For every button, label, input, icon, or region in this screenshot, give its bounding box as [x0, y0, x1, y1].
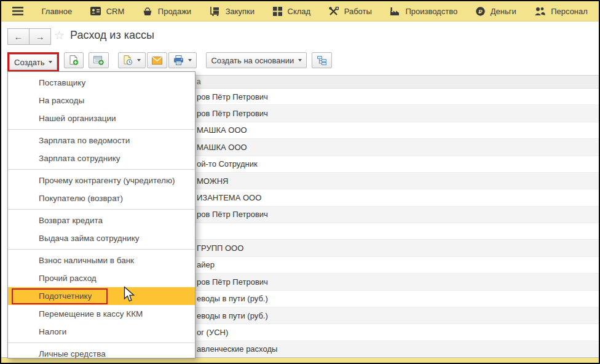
tab-label: Склад [288, 7, 311, 16]
chevron-down-icon [137, 59, 141, 61]
copy-document-button[interactable] [64, 52, 84, 68]
print-button[interactable] [168, 52, 197, 68]
menu-separator [8, 249, 195, 250]
tab-personal[interactable]: Персонал [534, 7, 588, 16]
menu-item-nashey-organizatsii[interactable]: Нашей организации [8, 109, 195, 127]
scheduled-document-icon [123, 55, 133, 65]
tab-zakupki[interactable]: Закупки [210, 7, 255, 16]
menu-item-vznos-nalichnymi[interactable]: Взнос наличными в банк [8, 251, 195, 269]
tab-label: Персонал [551, 7, 588, 16]
tab-label: CRM [106, 7, 125, 16]
tab-label: Деньги [491, 7, 516, 16]
menu-separator [8, 209, 195, 210]
tab-dengi[interactable]: P Деньги [476, 7, 516, 16]
forward-arrow-icon: → [36, 31, 45, 42]
tab-label: Закупки [226, 7, 255, 16]
svg-text:P: P [478, 8, 483, 15]
create-based-on-button[interactable]: Создать на основании [206, 52, 307, 68]
title-row: ← → ☆ Расход из кассы [1, 22, 599, 49]
menu-item-zarplata-sotrudniku[interactable]: Зарплата сотруднику [8, 149, 195, 167]
menu-item-vydacha-zayma[interactable]: Выдача займа сотруднику [8, 229, 195, 247]
crm-card-icon [90, 7, 101, 15]
scheduled-document-button[interactable] [118, 52, 146, 68]
tools-icon [329, 7, 339, 16]
factory-icon [390, 7, 400, 16]
tab-glavnoe[interactable]: Главное [42, 7, 73, 16]
menu-item-prochemu-kontragentu[interactable]: Прочему контрагенту (учредителю) [8, 172, 195, 189]
print-icon [173, 55, 184, 65]
menu-item-na-raskhody[interactable]: На расходы [8, 92, 195, 109]
create-button-annotation: Создать [7, 52, 59, 72]
toolbar: Создать [7, 52, 332, 72]
envelope-icon [152, 57, 162, 65]
menu-item-vozvrat-kredita[interactable]: Возврат кредита [8, 212, 195, 229]
tab-label: Производство [405, 7, 457, 16]
menu-separator [8, 169, 195, 170]
tab-prodazhi[interactable]: Продажи [143, 7, 191, 16]
create-button-label: Создать [14, 58, 44, 67]
menu-separator [8, 129, 195, 130]
tab-sklad[interactable]: Склад [273, 7, 311, 16]
menu-item-label: Подотчетнику [39, 291, 92, 301]
create-button[interactable]: Создать [9, 54, 57, 70]
document-actions-group [118, 52, 197, 68]
history-buttons: ← → [7, 28, 51, 45]
menu-item-prochiy-raskhod[interactable]: Прочий расход [8, 269, 195, 287]
cart-icon [210, 7, 220, 16]
main-menu-button[interactable] [12, 7, 23, 15]
menu-item-podotchetniku[interactable]: Подотчетнику [8, 287, 195, 305]
menu-item-nalogi[interactable]: Налоги [8, 323, 195, 341]
page-title: Расход из кассы [70, 29, 154, 42]
favorite-star-icon[interactable]: ☆ [54, 30, 65, 41]
new-list-form-button[interactable] [89, 52, 109, 68]
tab-raboty[interactable]: Работы [329, 7, 372, 16]
table-header-label: а [197, 77, 201, 86]
subordination-structure-button[interactable] [312, 52, 332, 68]
chevron-down-icon [49, 61, 52, 63]
chevron-down-icon [298, 59, 302, 61]
menu-item-pokupatelyu-vozvrat[interactable]: Покупателю (возврат) [8, 189, 195, 207]
create-based-on-label: Создать на основании [211, 56, 294, 65]
send-email-button[interactable] [147, 52, 167, 68]
forward-button[interactable]: → [29, 28, 51, 45]
subordination-structure-icon [317, 55, 327, 65]
tab-label: Работы [344, 7, 372, 16]
menu-item-lichnye-sredstva[interactable]: Личные средства [8, 345, 195, 363]
menu-item-zarplata-po-vedomosti[interactable]: Зарплата по ведомости [8, 132, 195, 149]
tab-proizvodstvo[interactable]: Производство [390, 7, 457, 16]
basket-icon [143, 7, 152, 16]
create-dropdown-menu: Поставщику На расходы Нашей организации … [7, 71, 195, 358]
tab-label: Продажи [158, 7, 191, 16]
hamburger-icon [12, 7, 23, 15]
tab-crm[interactable]: CRM [90, 7, 125, 16]
ruble-circle-icon: P [476, 7, 485, 16]
menu-item-postavshchiku[interactable]: Поставщику [8, 74, 195, 92]
new-list-form-icon [93, 55, 104, 65]
back-arrow-icon: ← [14, 31, 23, 42]
menu-separator [8, 342, 195, 343]
chevron-down-icon [188, 59, 192, 61]
tab-label: Главное [42, 7, 73, 16]
people-icon [534, 7, 545, 16]
copy-document-icon [69, 55, 79, 65]
back-button[interactable]: ← [7, 28, 29, 45]
menu-item-peremeshchenie-kkm[interactable]: Перемещение в кассу ККМ [8, 305, 195, 323]
top-menu-bar: Главное CRM Продажи Закупки Склад [1, 1, 599, 22]
warehouse-grid-icon [273, 7, 282, 16]
app-window: Главное CRM Продажи Закупки Склад [0, 0, 600, 364]
